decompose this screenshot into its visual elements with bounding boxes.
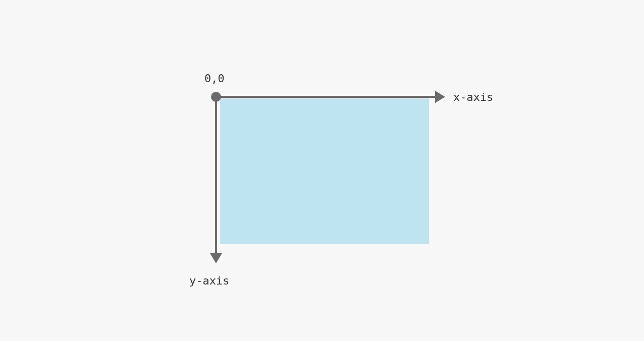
x-axis-label: x-axis [453, 91, 493, 103]
y-axis-label: y-axis [189, 274, 229, 287]
origin-label: 0,0 [204, 72, 225, 85]
y-axis-arrowhead-icon [210, 253, 222, 263]
coordinate-diagram: 0,0 x-axis y-axis [0, 0, 644, 341]
x-axis-line [216, 96, 438, 98]
viewport-rectangle [220, 98, 429, 244]
x-axis-arrowhead-icon [435, 91, 445, 103]
y-axis-line [215, 97, 217, 256]
origin-dot-icon [211, 92, 221, 102]
